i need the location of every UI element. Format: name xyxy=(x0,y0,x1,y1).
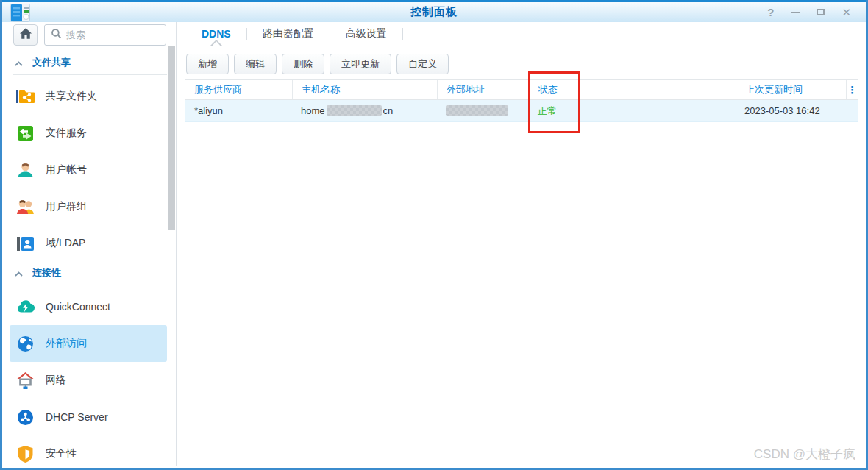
sidebar-item-security[interactable]: 安全性 xyxy=(10,435,167,470)
sidebar-item-network[interactable]: 网络 xyxy=(10,362,167,399)
sidebar-item-label: 网络 xyxy=(46,374,66,387)
sidebar-item-quickconnect[interactable]: QuickConnect xyxy=(10,288,167,325)
tab-router-configuration[interactable]: 路由器配置 xyxy=(247,22,330,46)
sidebar-item-external-access[interactable]: 外部访问 xyxy=(10,325,167,362)
sidebar-item-label: 用户群组 xyxy=(46,200,87,213)
column-header-status[interactable]: 状态 xyxy=(529,80,736,99)
search-input[interactable] xyxy=(66,29,160,40)
sidebar-item-label: 域/LDAP xyxy=(46,237,85,250)
sidebar-item-label: 安全性 xyxy=(46,447,77,460)
sidebar: 文件共享 共享文件夹 xyxy=(2,22,177,466)
tab-label: 路由器配置 xyxy=(263,27,314,40)
sidebar-item-label: 共享文件夹 xyxy=(46,90,97,103)
ddns-table: 服务供应商 主机名称 外部地址 状态 上次更新时间 ⋮ *aliyun home… xyxy=(185,79,858,122)
chevron-up-icon xyxy=(15,57,23,68)
tab-label: 高级设置 xyxy=(346,27,387,40)
sidebar-item-dhcp-server[interactable]: DHCP Server xyxy=(10,399,167,435)
minimize-button[interactable] xyxy=(791,12,800,13)
cell-service-provider: *aliyun xyxy=(185,105,292,116)
column-header-hostname[interactable]: 主机名称 xyxy=(292,80,437,99)
customize-button[interactable]: 自定义 xyxy=(396,54,449,74)
home-icon xyxy=(19,27,32,43)
sidebar-item-label: 外部访问 xyxy=(46,337,87,350)
tab-bar: DDNS 路由器配置 高级设置 xyxy=(177,22,866,46)
domain-ldap-icon xyxy=(15,234,35,254)
tab-label: DDNS xyxy=(202,28,231,40)
search-box[interactable] xyxy=(44,24,166,46)
column-header-external-address[interactable]: 外部地址 xyxy=(437,80,529,99)
sidebar-section-file-sharing[interactable]: 文件共享 xyxy=(13,53,167,75)
sidebar-scrollbar[interactable] xyxy=(168,46,175,230)
external-access-icon xyxy=(15,334,35,354)
user-groups-icon xyxy=(15,197,35,217)
search-icon xyxy=(51,28,62,42)
sidebar-item-label: 文件服务 xyxy=(46,127,87,140)
help-button[interactable]: ? xyxy=(767,7,774,18)
sidebar-item-shared-folders[interactable]: 共享文件夹 xyxy=(10,78,167,115)
ddns-toolbar: 新增 编辑 删除 立即更新 自定义 xyxy=(177,46,866,74)
sidebar-list: 文件共享 共享文件夹 xyxy=(2,46,176,470)
cell-external-address xyxy=(437,105,529,116)
cell-hostname: home cn xyxy=(292,105,437,116)
edit-button[interactable]: 编辑 xyxy=(234,54,277,74)
main-panel: DDNS 路由器配置 高级设置 新增 编辑 删除 立即更新 自定义 xyxy=(177,22,866,466)
hostname-prefix: home xyxy=(301,105,325,116)
quickconnect-icon xyxy=(15,297,35,317)
delete-button[interactable]: 删除 xyxy=(282,54,324,74)
sidebar-item-label: QuickConnect xyxy=(46,301,110,313)
column-header-service-provider[interactable]: 服务供应商 xyxy=(185,80,292,99)
sidebar-item-label: 用户帐号 xyxy=(46,163,87,177)
window-title: 控制面板 xyxy=(410,5,458,19)
active-tab-caret xyxy=(210,40,223,46)
sidebar-section-label: 连接性 xyxy=(32,266,61,279)
tab-advanced-settings[interactable]: 高级设置 xyxy=(330,22,402,46)
chevron-up-icon xyxy=(15,268,23,279)
hostname-redacted-blur xyxy=(327,105,382,116)
table-row[interactable]: *aliyun home cn 正常 2023-05-03 16:42 xyxy=(185,100,858,122)
dhcp-server-icon xyxy=(15,407,35,427)
sidebar-item-domain-ldap[interactable]: 域/LDAP xyxy=(10,225,167,262)
home-button[interactable] xyxy=(13,24,38,46)
sidebar-item-label: DHCP Server xyxy=(46,411,108,423)
user-account-icon xyxy=(15,160,35,180)
add-button[interactable]: 新增 xyxy=(186,54,229,74)
tab-divider xyxy=(402,28,403,40)
network-icon xyxy=(15,371,35,391)
file-services-icon xyxy=(15,124,35,143)
update-now-button[interactable]: 立即更新 xyxy=(330,54,391,74)
tab-ddns[interactable]: DDNS xyxy=(186,22,246,46)
cell-last-update-time: 2023-05-03 16:42 xyxy=(736,105,846,116)
security-icon xyxy=(15,444,35,464)
sidebar-section-label: 文件共享 xyxy=(32,56,71,69)
sidebar-item-user-groups[interactable]: 用户群组 xyxy=(10,188,167,225)
shared-folder-icon xyxy=(15,87,35,107)
watermark: CSDN @大橙子疯 xyxy=(754,446,855,463)
sidebar-item-user-accounts[interactable]: 用户帐号 xyxy=(10,152,167,188)
maximize-button[interactable] xyxy=(817,9,825,15)
table-header-row: 服务供应商 主机名称 外部地址 状态 上次更新时间 ⋮ xyxy=(185,79,858,100)
sidebar-item-file-services[interactable]: 文件服务 xyxy=(10,115,167,152)
sidebar-section-connectivity[interactable]: 连接性 xyxy=(13,263,167,285)
address-redacted-blur xyxy=(446,105,508,116)
window-controls: ? ✕ xyxy=(767,2,851,22)
hostname-suffix: cn xyxy=(383,105,394,116)
column-options-icon[interactable]: ⋮ xyxy=(846,80,858,99)
cell-status: 正常 xyxy=(529,104,736,118)
close-button[interactable]: ✕ xyxy=(842,7,851,18)
column-header-last-update-time[interactable]: 上次更新时间 xyxy=(736,80,846,99)
control-panel-window: 控制面板 ? ✕ xyxy=(0,0,868,470)
title-bar: 控制面板 ? ✕ xyxy=(2,0,866,22)
